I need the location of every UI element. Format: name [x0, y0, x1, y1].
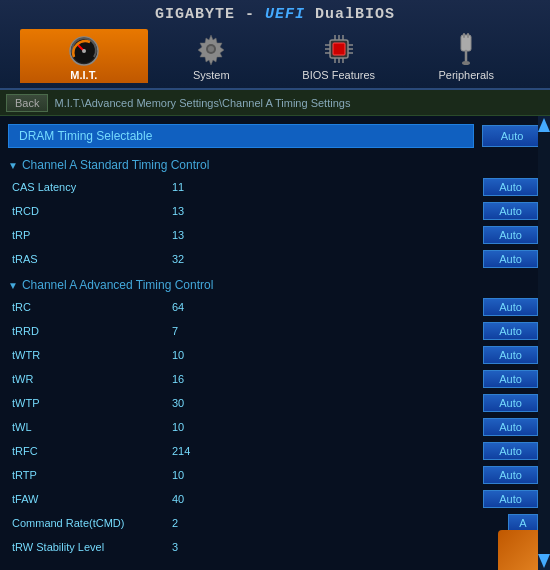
scroll-down-arrow[interactable]	[538, 554, 550, 568]
setting-value-trc: 64	[172, 301, 222, 313]
setting-btn-trp[interactable]: Auto	[483, 226, 538, 244]
setting-value-twtr: 10	[172, 349, 222, 361]
table-row: tWL 10 Auto	[8, 416, 542, 438]
setting-value-cmd: 2	[172, 517, 222, 529]
setting-btn-cas[interactable]: Auto	[483, 178, 538, 196]
setting-name-twr: tWR	[12, 373, 172, 385]
svg-rect-22	[467, 33, 469, 38]
setting-name-trrd: tRRD	[12, 325, 172, 337]
standard-section-header: ▼ Channel A Standard Timing Control	[8, 158, 542, 172]
setting-name-trc: tRC	[12, 301, 172, 313]
back-button[interactable]: Back	[6, 94, 48, 112]
breadcrumb-bar: Back M.I.T.\Advanced Memory Settings\Cha…	[0, 90, 550, 116]
setting-name-trtp: tRTP	[12, 469, 172, 481]
setting-btn-twtp[interactable]: Auto	[483, 394, 538, 412]
svg-point-2	[82, 49, 86, 53]
setting-value-twr: 16	[172, 373, 222, 385]
scroll-up-arrow[interactable]	[538, 118, 550, 132]
table-row: tRW Stability Level 3 A	[8, 536, 542, 558]
scrollbar	[538, 116, 550, 570]
scroll-track	[538, 132, 550, 554]
brand-uefi: UEFI	[265, 6, 305, 23]
nav-label-system: System	[193, 69, 230, 81]
setting-value-trwstab: 3	[172, 541, 222, 553]
setting-name-twl: tWL	[12, 421, 172, 433]
table-row: tRFC 214 Auto	[8, 440, 542, 462]
dram-timing-auto-btn[interactable]: Auto	[482, 125, 542, 147]
triangle-down-icon: ▼	[8, 160, 18, 171]
table-row: tWTP 30 Auto	[8, 392, 542, 414]
setting-value-tfaw: 40	[172, 493, 222, 505]
svg-rect-20	[461, 35, 471, 51]
table-row: tRAS 32 Auto	[8, 248, 542, 270]
breadcrumb: M.I.T.\Advanced Memory Settings\Channel …	[54, 97, 350, 109]
svg-point-5	[208, 46, 214, 52]
setting-name-tras: tRAS	[12, 253, 172, 265]
setting-value-tras: 32	[172, 253, 222, 265]
standard-settings-list: CAS Latency 11 Auto tRCD 13 Auto tRP 13 …	[8, 176, 542, 270]
table-row: CAS Latency 11 Auto	[8, 176, 542, 198]
table-row: tFAW 40 Auto	[8, 488, 542, 510]
svg-rect-7	[333, 43, 345, 55]
dram-timing-label: DRAM Timing Selectable	[8, 124, 474, 148]
setting-btn-trc[interactable]: Auto	[483, 298, 538, 316]
brand-dualbios: DualBIOS	[305, 6, 395, 23]
setting-btn-tras[interactable]: Auto	[483, 250, 538, 268]
main-content: DRAM Timing Selectable Auto ▼ Channel A …	[0, 116, 550, 570]
table-row: tRRD 7 Auto	[8, 320, 542, 342]
setting-name-trp: tRP	[12, 229, 172, 241]
setting-name-trwstab: tRW Stability Level	[12, 541, 172, 553]
table-row: tRC 64 Auto	[8, 296, 542, 318]
brand-gigabyte: GIGABYTE -	[155, 6, 265, 23]
setting-btn-tfaw[interactable]: Auto	[483, 490, 538, 508]
nav-item-peripherals[interactable]: Peripherals	[403, 29, 531, 83]
setting-value-trrd: 7	[172, 325, 222, 337]
advanced-section-label: Channel A Advanced Timing Control	[22, 278, 213, 292]
advanced-section-header: ▼ Channel A Advanced Timing Control	[8, 278, 542, 292]
setting-name-cmd: Command Rate(tCMD)	[12, 517, 172, 529]
setting-btn-twl[interactable]: Auto	[483, 418, 538, 436]
setting-name-twtr: tWTR	[12, 349, 172, 361]
setting-name-cas: CAS Latency	[12, 181, 172, 193]
speedometer-icon	[66, 31, 102, 67]
table-row: Command Rate(tCMD) 2 A	[8, 512, 542, 534]
setting-name-twtp: tWTP	[12, 397, 172, 409]
triangle-down-icon-adv: ▼	[8, 280, 18, 291]
orange-decoration	[498, 530, 538, 570]
setting-btn-twr[interactable]: Auto	[483, 370, 538, 388]
svg-point-23	[462, 61, 470, 65]
setting-btn-trrd[interactable]: Auto	[483, 322, 538, 340]
table-row: tRCD 13 Auto	[8, 200, 542, 222]
setting-value-cas: 11	[172, 181, 222, 193]
table-row: tRTP 10 Auto	[8, 464, 542, 486]
setting-btn-trfc[interactable]: Auto	[483, 442, 538, 460]
setting-name-trfc: tRFC	[12, 445, 172, 457]
nav-item-system[interactable]: System	[148, 29, 276, 83]
header: GIGABYTE - UEFI DualBIOS M.I.T. System	[0, 0, 550, 90]
setting-value-trtp: 10	[172, 469, 222, 481]
nav-label-mit: M.I.T.	[70, 69, 97, 81]
standard-section-label: Channel A Standard Timing Control	[22, 158, 209, 172]
table-row: tWR 16 Auto	[8, 368, 542, 390]
svg-rect-21	[463, 33, 465, 38]
advanced-settings-list: tRC 64 Auto tRRD 7 Auto tWTR 10 Auto tWR…	[8, 296, 542, 558]
setting-name-tfaw: tFAW	[12, 493, 172, 505]
nav-bar: M.I.T. System	[0, 29, 550, 83]
gear-icon	[193, 31, 229, 67]
nav-label-bios: BIOS Features	[302, 69, 375, 81]
nav-label-peripherals: Peripherals	[438, 69, 494, 81]
setting-btn-twtr[interactable]: Auto	[483, 346, 538, 364]
header-title: GIGABYTE - UEFI DualBIOS	[155, 6, 395, 23]
setting-value-twl: 10	[172, 421, 222, 433]
nav-item-bios[interactable]: BIOS Features	[275, 29, 403, 83]
table-row: tRP 13 Auto	[8, 224, 542, 246]
setting-value-trp: 13	[172, 229, 222, 241]
setting-value-trcd: 13	[172, 205, 222, 217]
setting-btn-trtp[interactable]: Auto	[483, 466, 538, 484]
dram-timing-row: DRAM Timing Selectable Auto	[8, 124, 542, 148]
setting-value-twtp: 30	[172, 397, 222, 409]
setting-name-trcd: tRCD	[12, 205, 172, 217]
nav-item-mit[interactable]: M.I.T.	[20, 29, 148, 83]
setting-value-trfc: 214	[172, 445, 222, 457]
setting-btn-trcd[interactable]: Auto	[483, 202, 538, 220]
